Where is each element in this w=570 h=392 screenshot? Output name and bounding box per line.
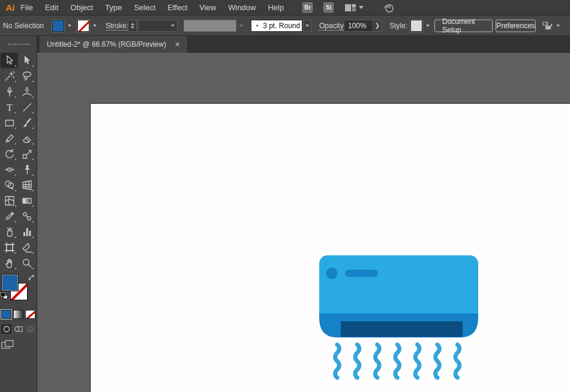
illustrator-window: Ai FileEditObjectTypeSelectEffectViewWin… bbox=[0, 0, 570, 392]
direct-selection-tool[interactable] bbox=[18, 53, 35, 68]
stock-button[interactable]: St bbox=[323, 2, 334, 13]
stroke-color-dropdown[interactable] bbox=[91, 20, 99, 32]
ac-wave-line[interactable] bbox=[335, 345, 340, 378]
eyedropper-tool[interactable] bbox=[1, 209, 18, 224]
menu-object[interactable]: Object bbox=[70, 3, 93, 12]
pencil-tool[interactable] bbox=[1, 131, 18, 146]
ac-body-shape[interactable] bbox=[319, 255, 478, 313]
preferences-button[interactable]: Preferences bbox=[496, 19, 536, 32]
width-profile-chevron bbox=[237, 20, 245, 32]
ac-vent-shape[interactable] bbox=[341, 321, 463, 337]
fill-color-dropdown[interactable] bbox=[65, 20, 74, 32]
magic-wand-tool[interactable] bbox=[1, 68, 18, 84]
gpu-performance-button[interactable] bbox=[382, 2, 395, 13]
canvas-pasteboard bbox=[37, 53, 570, 392]
perspective-grid-tool[interactable] bbox=[18, 177, 35, 193]
graphic-style-dropdown[interactable] bbox=[424, 20, 432, 32]
type-tool[interactable]: T bbox=[1, 99, 18, 115]
screen-mode-button[interactable] bbox=[1, 340, 14, 352]
line-segment-tool[interactable] bbox=[18, 99, 35, 115]
selection-tool[interactable] bbox=[1, 53, 18, 68]
pen-tool[interactable] bbox=[1, 84, 18, 99]
fill-color-swatch[interactable] bbox=[52, 20, 64, 32]
ac-wave-line[interactable] bbox=[375, 345, 379, 378]
chevron-down-icon bbox=[556, 25, 560, 27]
graphic-style-swatch[interactable] bbox=[410, 20, 422, 32]
mesh-tool[interactable] bbox=[1, 193, 18, 209]
step-up-icon bbox=[131, 23, 134, 25]
brush-definition-value: 3 pt. Round bbox=[263, 22, 300, 30]
ac-logo-bar[interactable] bbox=[345, 270, 378, 277]
style-label: Style: bbox=[389, 22, 407, 30]
menu-help[interactable]: Help bbox=[268, 3, 284, 12]
toolbar-panel-header[interactable] bbox=[0, 36, 37, 53]
ac-wave-line[interactable] bbox=[436, 345, 440, 378]
eraser-tool[interactable] bbox=[18, 131, 35, 146]
ac-airflow-waves[interactable] bbox=[335, 345, 460, 378]
align-options-button[interactable] bbox=[542, 21, 560, 31]
menu-effect[interactable]: Effect bbox=[167, 3, 187, 12]
width-tool[interactable] bbox=[1, 162, 18, 177]
artboard-tool[interactable] bbox=[1, 240, 18, 255]
ac-wave-line[interactable] bbox=[415, 345, 419, 378]
color-mode-button[interactable] bbox=[1, 310, 11, 319]
gpu-performance-icon bbox=[382, 2, 395, 13]
ac-wave-line[interactable] bbox=[455, 345, 460, 378]
scale-tool[interactable] bbox=[18, 146, 35, 162]
bridge-button[interactable]: Br bbox=[302, 2, 313, 13]
swap-fill-stroke-icon[interactable] bbox=[28, 274, 36, 282]
menu-view[interactable]: View bbox=[199, 3, 216, 12]
width-profile-dropdown bbox=[184, 20, 236, 32]
symbol-sprayer-tool[interactable] bbox=[1, 224, 18, 240]
panel-grip-icon bbox=[8, 44, 29, 45]
chevron-down-icon bbox=[93, 25, 97, 27]
stroke-color-swatch[interactable] bbox=[77, 20, 89, 32]
ac-indicator-light[interactable] bbox=[326, 268, 338, 279]
rectangle-tool[interactable] bbox=[1, 115, 18, 131]
document-setup-button[interactable]: Document Setup bbox=[434, 19, 493, 32]
rotate-tool[interactable] bbox=[1, 146, 18, 162]
gradient-mode-button[interactable] bbox=[13, 310, 23, 319]
curvature-tool[interactable] bbox=[18, 84, 35, 99]
opacity-input[interactable]: 100% bbox=[344, 20, 373, 32]
stroke-panel-link[interactable]: Stroke: bbox=[106, 22, 128, 30]
close-icon[interactable]: ✕ bbox=[175, 41, 180, 49]
draw-normal-button[interactable] bbox=[1, 324, 11, 334]
opacity-panel-link[interactable]: Opacity: bbox=[319, 22, 346, 30]
document-tab[interactable]: Untitled-2* @ 66.67% (RGB/Preview) ✕ bbox=[40, 36, 188, 53]
menu-select[interactable]: Select bbox=[134, 3, 155, 12]
paintbrush-tool[interactable] bbox=[18, 115, 35, 131]
stroke-weight-stepper[interactable] bbox=[128, 20, 137, 32]
zoom-tool[interactable] bbox=[18, 255, 35, 271]
menubar-divider bbox=[296, 3, 296, 13]
opacity-expand-button[interactable]: ❯ bbox=[373, 20, 382, 32]
workspace-switcher[interactable] bbox=[344, 4, 364, 12]
column-graph-tool[interactable] bbox=[18, 224, 35, 240]
menu-edit[interactable]: Edit bbox=[45, 3, 58, 12]
lasso-tool[interactable] bbox=[18, 68, 35, 84]
draw-behind-button[interactable] bbox=[13, 324, 23, 334]
ac-wave-line[interactable] bbox=[395, 345, 400, 378]
ac-wave-line[interactable] bbox=[355, 345, 359, 378]
blend-tool[interactable] bbox=[18, 209, 35, 224]
none-mode-button[interactable] bbox=[25, 310, 35, 319]
hand-tool[interactable] bbox=[1, 255, 18, 271]
selection-status: No Selection bbox=[3, 22, 44, 30]
puppet-warp-tool[interactable] bbox=[18, 162, 35, 177]
chevron-down-icon bbox=[68, 25, 71, 27]
artboard-canvas[interactable] bbox=[90, 103, 570, 392]
stroke-weight-dropdown[interactable] bbox=[138, 20, 178, 32]
menu-type[interactable]: Type bbox=[105, 3, 122, 12]
menu-file[interactable]: File bbox=[20, 3, 33, 12]
slice-tool[interactable] bbox=[18, 240, 35, 255]
brush-definition-chevron[interactable] bbox=[303, 20, 311, 32]
color-controls bbox=[0, 273, 37, 392]
default-fill-stroke-icon[interactable] bbox=[1, 293, 8, 299]
gradient-tool[interactable] bbox=[18, 193, 35, 209]
draw-inside-button[interactable] bbox=[26, 324, 36, 334]
menu-window[interactable]: Window bbox=[228, 3, 256, 12]
brush-definition-dropdown[interactable]: • 3 pt. Round bbox=[251, 20, 302, 32]
air-conditioner-artwork[interactable] bbox=[317, 254, 481, 382]
fill-color-proxy[interactable] bbox=[1, 274, 19, 291]
shape-builder-tool[interactable] bbox=[1, 177, 18, 193]
